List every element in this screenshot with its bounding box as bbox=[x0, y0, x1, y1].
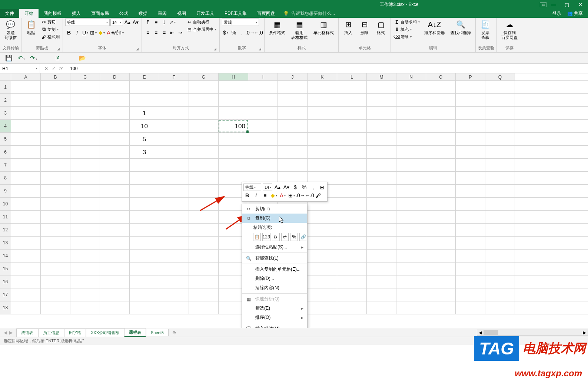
cell[interactable] bbox=[159, 198, 189, 210]
cell[interactable] bbox=[367, 301, 396, 314]
tab-developer[interactable]: 开发工具 bbox=[191, 9, 219, 18]
cell[interactable] bbox=[396, 288, 426, 301]
minimize-icon[interactable]: — bbox=[550, 2, 557, 7]
cell[interactable] bbox=[70, 211, 100, 223]
sheet-tab[interactable]: 课程表 bbox=[124, 328, 146, 337]
orientation-icon[interactable]: ⤢▾ bbox=[169, 19, 176, 26]
cell[interactable] bbox=[396, 250, 426, 262]
ctx-cut[interactable]: ✂剪切(T) bbox=[242, 204, 307, 214]
cell[interactable] bbox=[41, 198, 70, 210]
autosum-button[interactable]: Σ自动求和▾ bbox=[393, 19, 421, 25]
cell[interactable] bbox=[130, 288, 159, 301]
cell[interactable] bbox=[278, 107, 308, 119]
cell[interactable] bbox=[337, 275, 367, 288]
cell[interactable] bbox=[189, 263, 219, 275]
cell[interactable] bbox=[159, 172, 189, 184]
insert-cells-button[interactable]: ⊞插入 bbox=[341, 19, 356, 36]
paste-transpose-icon[interactable]: ⇄ bbox=[281, 233, 289, 241]
cell[interactable] bbox=[159, 120, 189, 132]
cell[interactable] bbox=[308, 133, 337, 145]
mini-fill-icon[interactable]: ◆▾ bbox=[270, 192, 278, 199]
cell[interactable] bbox=[159, 159, 189, 171]
border-button[interactable]: ⊞▾ bbox=[90, 29, 97, 36]
cell[interactable] bbox=[41, 288, 70, 301]
paste-values-icon[interactable]: 123 bbox=[262, 233, 270, 241]
cell[interactable] bbox=[70, 107, 100, 119]
cell[interactable] bbox=[11, 263, 41, 275]
cell[interactable] bbox=[308, 211, 337, 223]
cell[interactable] bbox=[189, 275, 219, 288]
increase-decimal-icon[interactable]: .0→ bbox=[246, 29, 254, 36]
column-header[interactable]: P bbox=[456, 73, 485, 80]
select-all-corner[interactable] bbox=[0, 73, 11, 80]
tab-insert[interactable]: 插入 bbox=[67, 9, 86, 18]
merge-center-button[interactable]: ⊟合并后居中▾ bbox=[186, 26, 217, 33]
cell[interactable] bbox=[485, 185, 515, 197]
cell[interactable] bbox=[189, 301, 219, 314]
fapiao-button[interactable]: 🧾发票查验 bbox=[478, 19, 493, 41]
mini-increase-font-icon[interactable]: A▴ bbox=[274, 184, 281, 191]
align-top-icon[interactable]: ⤒ bbox=[144, 19, 152, 26]
table-format-button[interactable]: ▤套用表格格式 bbox=[289, 19, 310, 41]
cell[interactable] bbox=[337, 159, 367, 171]
cell[interactable] bbox=[100, 198, 130, 210]
cell-styles-button[interactable]: ▥单元格样式 bbox=[311, 19, 336, 36]
cell[interactable] bbox=[70, 94, 100, 106]
cell[interactable] bbox=[189, 94, 219, 106]
cell[interactable] bbox=[367, 159, 396, 171]
row-header[interactable]: 4 bbox=[0, 120, 11, 132]
number-format-select[interactable]: 常规▾ bbox=[222, 19, 259, 26]
mini-font-name[interactable]: 等线▾ bbox=[243, 184, 261, 191]
decrease-font-icon[interactable]: A▾ bbox=[132, 19, 139, 26]
ctx-delete[interactable]: 删除(D)... bbox=[242, 274, 307, 283]
cell[interactable] bbox=[41, 81, 70, 93]
cell[interactable] bbox=[219, 81, 248, 93]
column-header[interactable]: B bbox=[41, 73, 70, 80]
undo-icon[interactable]: ↶▾ bbox=[18, 55, 25, 62]
cell[interactable] bbox=[308, 120, 337, 132]
cell[interactable]: 1 bbox=[130, 107, 159, 119]
ctx-clear[interactable]: 清除内容(N) bbox=[242, 283, 307, 293]
cell[interactable] bbox=[11, 224, 41, 236]
row-header[interactable]: 16 bbox=[0, 275, 11, 288]
ctx-smart-lookup[interactable]: 🔍智能查找(L) bbox=[242, 254, 307, 263]
cell[interactable] bbox=[426, 288, 456, 301]
bold-button[interactable]: B bbox=[65, 29, 73, 36]
cell[interactable] bbox=[367, 224, 396, 236]
mini-decrease-font-icon[interactable]: A▾ bbox=[283, 184, 290, 191]
cell[interactable] bbox=[456, 133, 485, 145]
cell[interactable] bbox=[100, 185, 130, 197]
tab-review[interactable]: 审阅 bbox=[153, 9, 172, 18]
cell[interactable] bbox=[278, 146, 308, 158]
cell[interactable] bbox=[456, 288, 485, 301]
cell[interactable] bbox=[159, 275, 189, 288]
column-header[interactable]: O bbox=[426, 73, 456, 80]
cell[interactable] bbox=[278, 133, 308, 145]
cell[interactable] bbox=[70, 198, 100, 210]
cell[interactable] bbox=[426, 263, 456, 275]
cell[interactable] bbox=[130, 81, 159, 93]
cell[interactable] bbox=[337, 94, 367, 106]
cell[interactable] bbox=[396, 107, 426, 119]
open-icon[interactable]: 📂 bbox=[79, 55, 86, 62]
save-baidu-button[interactable]: ☁保存到百度网盘 bbox=[499, 19, 520, 41]
launcher-icon[interactable]: ◢ bbox=[136, 47, 139, 51]
cell[interactable] bbox=[189, 81, 219, 93]
delete-cells-button[interactable]: ⊟删除 bbox=[357, 19, 372, 36]
cell[interactable] bbox=[367, 198, 396, 210]
comma-icon[interactable]: , bbox=[238, 29, 246, 36]
cell[interactable] bbox=[456, 94, 485, 106]
cell[interactable] bbox=[159, 250, 189, 262]
cell[interactable] bbox=[41, 275, 70, 288]
row-header[interactable]: 10 bbox=[0, 198, 11, 210]
cell[interactable]: 10 bbox=[130, 120, 159, 132]
cell[interactable] bbox=[456, 237, 485, 249]
cell[interactable] bbox=[41, 263, 70, 275]
cell[interactable] bbox=[485, 107, 515, 119]
cell[interactable] bbox=[11, 185, 41, 197]
cell[interactable] bbox=[308, 224, 337, 236]
cell[interactable] bbox=[367, 275, 396, 288]
cell[interactable] bbox=[100, 250, 130, 262]
cell[interactable] bbox=[189, 133, 219, 145]
cell[interactable] bbox=[367, 185, 396, 197]
